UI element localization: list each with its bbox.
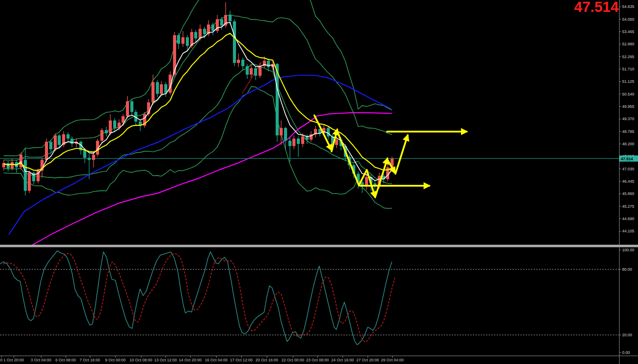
price-tick-label: 49.370 [622,117,634,121]
time-tick-label: 9 Oct 00:00 [105,358,126,362]
time-tick-label: 16 Oct 04:00 [205,358,228,362]
price-tick-label: 51.125 [622,79,634,84]
candle-body [194,32,197,39]
candle-body [19,154,22,167]
candle-body [66,134,70,139]
candle-body [280,128,283,136]
candle-body [160,84,163,94]
candle-body [109,121,112,133]
candle-body [7,163,10,169]
time-tick-label: 24 Oct 16:00 [331,358,354,362]
candle-body [327,128,330,136]
price-tick-label: 52.880 [622,42,634,46]
candle-body [49,142,52,149]
candle-body [292,139,295,146]
candle-body [173,35,176,75]
main-chart-layer [0,0,619,246]
separator-bar[interactable] [0,245,638,247]
candle-body [181,37,184,44]
candle-body [126,101,129,116]
time-tick-label: 0 [0,358,2,362]
candle-body [335,140,338,145]
ema-fast-white-line [4,22,392,180]
candle-body [45,142,48,160]
candle-body [83,150,86,158]
price-tick-label: 46.445 [622,179,634,184]
candle-body [301,136,304,144]
time-tick-label: 6 Oct 08:00 [55,358,76,362]
price-tick-label: 54.050 [622,17,634,22]
bollinger-lower-1 [4,64,392,184]
candle-body [246,66,249,74]
last-price-display: 47.514 [574,0,619,14]
candle-body [70,139,74,144]
time-tick-label: 7 Oct 16:00 [80,358,100,362]
candle-body [229,15,232,22]
candle-body [28,173,31,191]
candle-body [122,116,125,123]
candle-body [24,160,27,191]
bollinger-lower-0 [4,87,392,209]
candles-layer [2,2,394,195]
candle-body [203,29,206,34]
candle-body [11,162,14,169]
candle-body [267,61,270,67]
time-axis[interactable]: 01 Oct 20:003 Oct 04:006 Oct 08:007 Oct … [0,356,638,362]
candle-body [254,68,257,76]
candle-body [151,82,155,103]
candle-body [199,29,202,38]
time-tick-label: 27 Oct 20:00 [356,358,379,362]
annotation-arrow[interactable] [395,135,408,174]
candle-body [258,66,262,76]
candle-body [105,130,108,133]
price-tick-label: 49.955 [622,104,634,109]
annotation-arrow[interactable] [375,158,387,197]
price-tick-label: 50.540 [622,92,634,96]
candle-body [113,121,116,128]
candle-body [58,136,61,145]
price-tick-label: 45.275 [622,204,634,209]
price-tick-label: 53.465 [622,29,634,34]
oscillator-tick-label: 100.00 [622,248,634,252]
current-price-tag-label: 47.514 [621,157,633,161]
candle-body [297,139,300,144]
price-tick-label: 54.635 [622,4,634,9]
candle-body [241,60,244,66]
candle-body [164,84,167,92]
candle-body [130,101,133,112]
panel-separator [0,245,638,247]
price-tick-label: 48.200 [622,142,634,146]
time-tick-label: 29 Oct 04:00 [381,358,404,362]
time-tick-label: 22 Oct 00:00 [281,358,304,362]
bollinger-bands [4,0,392,209]
separator-edge [0,247,638,247]
stochastic-main-line [0,251,392,345]
candle-body [186,37,189,46]
price-tick-label: 47.030 [622,167,634,171]
candle-body [233,21,236,63]
price-axis[interactable]: 54.63554.05053.46552.88052.29551.71051.1… [619,0,638,364]
candle-body [92,154,95,160]
candle-body [288,141,291,146]
drawn-arrows[interactable] [314,115,467,197]
bollinger-upper-0 [4,0,392,156]
price-tick-label: 51.710 [622,67,634,71]
candle-body [284,128,287,141]
time-tick-label: 20 Oct 16:00 [255,358,278,362]
price-tick-label: 52.295 [622,55,634,59]
oscillator-tick-label: 0.00 [622,350,630,355]
chart-canvas[interactable]: 54.63554.05053.46552.88052.29551.71051.1… [0,0,638,364]
candle-body [100,130,103,140]
ema-slow-yellow-line [4,33,392,170]
oscillator-panel [0,251,619,345]
oscillator-tick-label: 20.00 [622,333,632,337]
candle-body [211,25,214,31]
time-tick-label: 13 Oct 12:00 [154,358,177,362]
candle-body [177,35,180,44]
candle-body [88,158,91,160]
time-tick-label: 1 Oct 20:00 [4,358,24,362]
time-tick-label: 3 Oct 04:00 [31,358,52,362]
candle-body [250,68,253,75]
oscillator-tick-label: 80.00 [622,267,632,272]
time-tick-label: 17 Oct 12:00 [230,358,253,362]
